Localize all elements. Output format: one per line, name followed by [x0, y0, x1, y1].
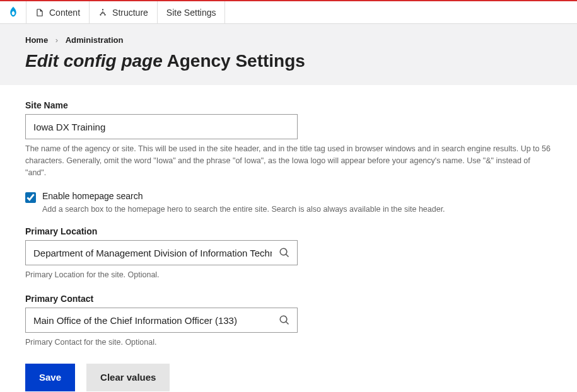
primary-location-input[interactable] [25, 240, 298, 265]
homepage-search-field-group: Enable homepage search Add a search box … [25, 191, 552, 214]
document-icon [35, 8, 44, 17]
breadcrumb-home[interactable]: Home [25, 35, 48, 45]
breadcrumb: Home › Administration [25, 35, 552, 45]
breadcrumb-admin[interactable]: Administration [66, 35, 124, 45]
site-name-label: Site Name [25, 100, 552, 110]
primary-contact-input[interactable] [25, 308, 298, 333]
page-title-suffix: Agency Settings [163, 51, 305, 71]
toolbar-item-label: Site Settings [166, 8, 216, 18]
admin-toolbar: Content Structure Site Settings [0, 0, 577, 24]
drupal-logo[interactable] [0, 1, 26, 23]
primary-location-description: Primary Location for the site. Optional. [25, 269, 552, 281]
form-actions: Save Clear values [25, 364, 552, 391]
toolbar-site-settings[interactable]: Site Settings [158, 1, 226, 23]
page-header: Home › Administration Edit config page A… [0, 24, 577, 85]
toolbar-item-label: Structure [112, 8, 148, 18]
site-name-input[interactable] [25, 114, 298, 139]
homepage-search-checkbox[interactable] [25, 192, 36, 203]
site-name-description: The name of the agency or site. This wil… [25, 143, 552, 178]
page-title: Edit config page Agency Settings [25, 51, 552, 71]
primary-location-field-group: Primary Location Primary Location for th… [25, 226, 552, 281]
homepage-search-description: Add a search box to the homepage hero to… [42, 205, 445, 214]
primary-location-label: Primary Location [25, 226, 552, 236]
clear-values-button[interactable]: Clear values [86, 364, 170, 391]
homepage-search-label[interactable]: Enable homepage search [42, 191, 143, 201]
page-title-prefix: Edit config page [25, 51, 163, 71]
hierarchy-icon [98, 8, 107, 17]
toolbar-content[interactable]: Content [26, 1, 90, 23]
chevron-right-icon: › [55, 35, 58, 45]
toolbar-item-label: Content [49, 8, 80, 18]
toolbar-structure[interactable]: Structure [90, 1, 158, 23]
form: Site Name The name of the agency or site… [0, 85, 577, 392]
site-name-field-group: Site Name The name of the agency or site… [25, 100, 552, 178]
drupal-icon [7, 6, 20, 20]
primary-contact-field-group: Primary Contact Primary Contact for the … [25, 294, 552, 349]
save-button[interactable]: Save [25, 364, 75, 391]
primary-contact-label: Primary Contact [25, 294, 552, 304]
primary-contact-description: Primary Contact for the site. Optional. [25, 337, 552, 349]
